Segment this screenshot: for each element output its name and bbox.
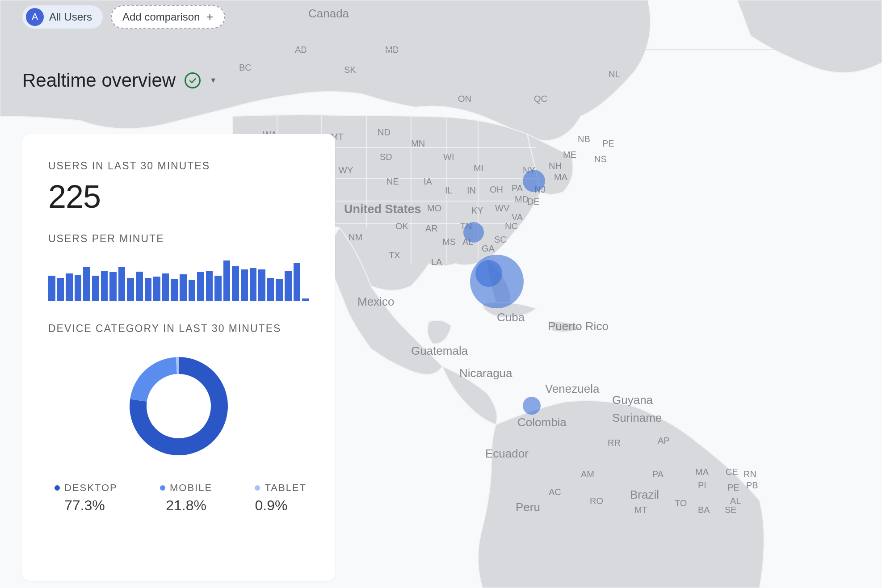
map-label: ON xyxy=(458,94,471,104)
map-label: Puerto Rico xyxy=(548,319,609,333)
map-label: ND xyxy=(378,127,391,138)
map-label: MT xyxy=(634,505,647,515)
legend-dot-desktop xyxy=(55,485,60,491)
map-label: MA xyxy=(695,467,709,477)
map-label: WY xyxy=(339,165,353,176)
bar xyxy=(223,260,231,301)
segment-label: All Users xyxy=(49,11,92,23)
map-label: NL xyxy=(609,69,620,80)
status-check-icon[interactable] xyxy=(185,72,201,88)
bar xyxy=(57,278,64,301)
map-label: NH xyxy=(549,161,562,171)
users-per-minute-label: USERS PER MINUTE xyxy=(48,233,309,245)
bar xyxy=(83,267,90,301)
user-activity-bubble xyxy=(523,170,545,192)
bar xyxy=(214,276,222,301)
map-label: Venezuela xyxy=(545,382,599,396)
map-label: BC xyxy=(239,63,252,73)
device-legend: DESKTOP 77.3% MOBILE 21.8% TABLET 0.9% xyxy=(48,482,309,514)
legend-value-tablet: 0.9% xyxy=(255,497,287,514)
bar xyxy=(276,279,283,301)
bar xyxy=(258,269,265,301)
map-label: TO xyxy=(675,498,687,508)
map-label: SC xyxy=(494,235,507,245)
page-title: Realtime overview xyxy=(22,70,176,91)
bar xyxy=(118,267,126,301)
map-label: GA xyxy=(482,244,495,254)
map-label: IA xyxy=(424,176,432,187)
bar xyxy=(189,280,196,302)
map-label: Colombia xyxy=(517,416,567,429)
bar xyxy=(206,271,213,301)
map-label: Nicaragua xyxy=(459,366,512,380)
map-label: RN xyxy=(743,469,756,479)
map-label: Guatemala xyxy=(411,344,468,358)
user-activity-bubble xyxy=(523,397,541,415)
map-label: NC xyxy=(505,221,518,231)
add-comparison-label: Add comparison xyxy=(122,11,200,23)
map-label: Mexico xyxy=(357,295,394,309)
legend-mobile: MOBILE 21.8% xyxy=(160,482,212,514)
map-label: PE xyxy=(727,483,739,493)
bar xyxy=(145,278,152,301)
bar xyxy=(109,272,117,301)
map-label: SK xyxy=(344,65,356,75)
legend-tablet: TABLET 0.9% xyxy=(255,482,307,514)
map-label: United States xyxy=(344,202,421,216)
legend-dot-tablet xyxy=(255,485,260,491)
map-label: PA xyxy=(512,183,523,193)
bar xyxy=(171,279,178,301)
map-label: PA xyxy=(652,469,664,479)
map-label: TX xyxy=(389,250,400,260)
map-label: OK xyxy=(395,221,408,231)
plus-icon: + xyxy=(206,11,213,23)
map-label: Cuba xyxy=(497,311,525,324)
bar xyxy=(267,278,274,301)
legend-value-desktop: 77.3% xyxy=(64,497,105,514)
map-label: Ecuador xyxy=(485,447,529,461)
map-label: Canada xyxy=(308,7,349,21)
map-label: PI xyxy=(698,480,706,491)
map-label: NM xyxy=(349,232,362,243)
map-label: LA xyxy=(431,257,442,267)
user-activity-bubble xyxy=(463,222,484,243)
header-divider xyxy=(0,49,882,50)
legend-name-desktop: DESKTOP xyxy=(64,482,118,494)
user-activity-bubble xyxy=(475,260,502,287)
bar xyxy=(285,271,292,301)
device-category-label: DEVICE CATEGORY IN LAST 30 MINUTES xyxy=(48,323,309,335)
bar xyxy=(153,277,160,301)
bar xyxy=(75,275,82,301)
map-label: Brazil xyxy=(630,488,659,502)
map-label: WV xyxy=(495,203,509,214)
map-label: AM xyxy=(581,469,594,479)
bar xyxy=(232,266,239,301)
map-label: QC xyxy=(534,94,547,104)
segment-pill-all-users[interactable]: A All Users xyxy=(22,5,103,29)
map-label: MN xyxy=(411,139,425,149)
bar xyxy=(250,268,257,301)
bar xyxy=(48,276,55,301)
map-label: BA xyxy=(698,505,710,515)
legend-dot-mobile xyxy=(160,485,165,491)
bar xyxy=(197,272,204,301)
map-label: KY xyxy=(471,206,483,216)
bar xyxy=(66,273,73,301)
map-label: Guyana xyxy=(612,393,653,407)
chevron-down-icon[interactable]: ▼ xyxy=(210,76,217,84)
bar xyxy=(162,273,169,301)
add-comparison-button[interactable]: Add comparison + xyxy=(111,5,225,29)
donut-slice-mobile xyxy=(130,357,177,401)
legend-name-tablet: TABLET xyxy=(265,482,307,494)
map-label: ME xyxy=(563,150,576,160)
map-label: SD xyxy=(380,152,392,162)
map-label: AC xyxy=(549,487,561,497)
map-label: SE xyxy=(725,505,737,515)
map-label: NS xyxy=(594,154,607,164)
bar xyxy=(294,263,301,302)
map-label: MD xyxy=(515,194,529,205)
map-label: Suriname xyxy=(612,411,662,425)
users-last-30-label: USERS IN LAST 30 MINUTES xyxy=(48,160,309,172)
segment-badge-icon: A xyxy=(26,8,44,26)
map-label: RR xyxy=(608,438,621,448)
